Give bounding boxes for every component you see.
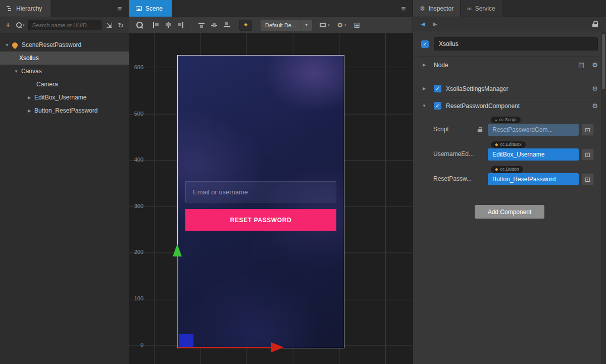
button-reference-field[interactable]: Button_ResetPassword — [488, 173, 579, 185]
hierarchy-tabbar: Hierarchy ≡ — [0, 0, 129, 17]
diamond-icon: ◆ — [495, 142, 498, 147]
component-label: XsollaSettingsManager — [446, 85, 508, 92]
scene-tab-label: Scene — [145, 5, 163, 12]
y-axis-gizmo[interactable] — [177, 256, 178, 348]
view-mode-dropdown[interactable]: ▾ — [320, 20, 330, 30]
hierarchy-menu-icon[interactable]: ≡ — [111, 0, 129, 17]
script-reference-field[interactable]: ResetPasswordCom... — [488, 124, 579, 136]
design-canvas[interactable]: Email or username RESET PASSWORD — [177, 55, 344, 348]
expand-icon[interactable]: ▼ — [4, 43, 10, 47]
origin-rect-gizmo[interactable] — [179, 334, 193, 348]
dropdown-arrow-icon: ▼ — [300, 20, 312, 31]
tree-item-camera[interactable]: Camera — [0, 78, 129, 91]
search-icon — [16, 22, 22, 28]
ruler-label: 300 — [131, 203, 143, 209]
collapse-all-icon[interactable]: ⇲ — [105, 20, 113, 30]
align-center-icon[interactable] — [164, 21, 172, 29]
gear-icon: ⚙ — [337, 21, 343, 29]
search-input[interactable] — [28, 20, 102, 30]
tree-item-editbox-username[interactable]: ▶ EditBox_Username — [0, 91, 129, 104]
node-picker-button[interactable]: ⊡ — [581, 124, 594, 136]
presets-icon[interactable]: ▤ — [578, 61, 584, 69]
x-axis-arrowhead[interactable] — [271, 342, 284, 352]
align-top-icon[interactable] — [197, 21, 206, 29]
toolbar-separator — [191, 21, 191, 29]
property-label: Script — [433, 126, 449, 133]
node-picker-button[interactable]: ⊡ — [581, 173, 594, 185]
node-name-input[interactable] — [434, 37, 598, 50]
device-preset-label: Default De... — [265, 22, 296, 28]
gear-icon[interactable]: ⚙ — [592, 85, 598, 92]
collapse-icon[interactable]: ▶ — [26, 109, 32, 113]
scene-viewport[interactable]: 600 500 400 300 200 100 0 Email or usern… — [129, 33, 413, 364]
picker-icon: ⊡ — [585, 126, 590, 134]
scene-icon — [136, 6, 142, 11]
scene-menu-icon[interactable]: ≡ — [394, 0, 413, 17]
align-middle-icon[interactable] — [210, 21, 218, 29]
editbox-reference-field[interactable]: EditBox_Username — [488, 148, 579, 161]
tab-scene[interactable]: Scene — [129, 0, 172, 17]
scrollbar-thumb[interactable] — [602, 34, 605, 89]
hierarchy-icon — [7, 6, 13, 12]
lock-icon[interactable] — [592, 21, 598, 27]
expand-icon[interactable]: ▼ — [13, 69, 19, 74]
username-editbox-preview[interactable]: Email or username — [185, 181, 336, 202]
tab-hierarchy[interactable]: Hierarchy — [0, 0, 50, 17]
collapse-icon[interactable]: ▶ — [421, 86, 427, 91]
component-enabled-checkbox[interactable]: ✓ — [434, 85, 441, 92]
node-picker-button[interactable]: ⊡ — [581, 148, 594, 161]
settings-manager-component-header[interactable]: ▶ ✓ XsollaSettingsManager ⚙ — [413, 80, 606, 97]
tree-item-xsollus[interactable]: Xsollus — [0, 51, 129, 65]
ruler-label: 100 — [131, 295, 143, 301]
tree-item-label: Camera — [36, 81, 58, 88]
scene-settings-dropdown[interactable]: ⚙ ▾ — [337, 20, 346, 30]
light-icon: * — [244, 22, 247, 31]
node-name-row: ✓ — [413, 31, 606, 56]
tree-item-button-resetpassword[interactable]: ▶ Button_ResetPassword — [0, 104, 129, 117]
create-node-button[interactable]: + — [4, 20, 12, 30]
reset-password-component-header[interactable]: ▼ ✓ ResetPasswordComponent ⚙ — [413, 97, 606, 114]
device-preset-dropdown[interactable]: Default De... ▼ — [261, 20, 312, 31]
ruler-label: 0 — [131, 342, 143, 348]
caret-down-icon: ▾ — [344, 23, 346, 27]
ruler-label: 600 — [131, 64, 143, 70]
tree-item-canvas[interactable]: ▼ Canvas — [0, 65, 129, 78]
grid-icon[interactable]: ⊞ — [353, 20, 361, 30]
tab-inspector[interactable]: ⚙ Inspector — [413, 0, 460, 17]
reset-password-button-preview[interactable]: RESET PASSWORD — [185, 209, 336, 231]
tree-item-scene-reset-password[interactable]: ▼ SceneResetPassword — [0, 38, 129, 51]
service-tab-label: Service — [475, 5, 495, 12]
component-properties: Script ● cc.Script ResetPasswordCom... ⊡ — [413, 114, 606, 191]
collapse-icon[interactable]: ▶ — [26, 95, 32, 100]
type-tag: ● cc.Script — [491, 117, 521, 123]
caret-down-icon: ▾ — [23, 23, 25, 27]
inspector-scrollbar[interactable] — [601, 32, 606, 364]
y-axis-arrowhead[interactable] — [173, 244, 182, 256]
node-section-header[interactable]: ▶ Node ▤ ⚙ — [413, 56, 606, 73]
link-icon: ∞ — [467, 5, 472, 12]
component-enabled-checkbox[interactable]: ✓ — [434, 102, 441, 110]
zoom-icon — [136, 21, 144, 29]
gizmo-toggle-button[interactable]: * — [239, 20, 252, 31]
node-active-checkbox[interactable]: ✓ — [421, 40, 429, 48]
search-filter-button[interactable]: ▾ — [16, 22, 25, 28]
history-back-button[interactable]: ◀ — [421, 21, 425, 27]
history-forward-button[interactable]: ▶ — [433, 21, 437, 27]
expand-icon[interactable]: ▼ — [421, 103, 427, 108]
x-axis-gizmo[interactable] — [178, 347, 271, 348]
collapse-icon[interactable]: ▶ — [421, 63, 427, 67]
property-label: UsernameEd... — [433, 150, 474, 158]
hierarchy-panel: Hierarchy ≡ + ▾ ⇲ ↻ ▼ SceneResetPassword… — [0, 0, 129, 364]
align-right-icon[interactable] — [177, 21, 185, 29]
gear-icon[interactable]: ⚙ — [592, 102, 598, 110]
inspector-nav-row: ◀ ▶ — [413, 17, 606, 31]
tab-service[interactable]: ∞ Service — [460, 0, 502, 17]
diamond-icon: ◆ — [495, 167, 498, 172]
refresh-icon[interactable]: ↻ — [117, 20, 125, 30]
add-component-button[interactable]: Add Component — [475, 205, 544, 219]
align-left-icon[interactable] — [152, 21, 160, 29]
node-section-label: Node — [434, 62, 448, 69]
align-bottom-icon[interactable] — [223, 21, 231, 29]
zoom-button[interactable] — [136, 20, 147, 30]
gear-icon[interactable]: ⚙ — [592, 61, 598, 69]
